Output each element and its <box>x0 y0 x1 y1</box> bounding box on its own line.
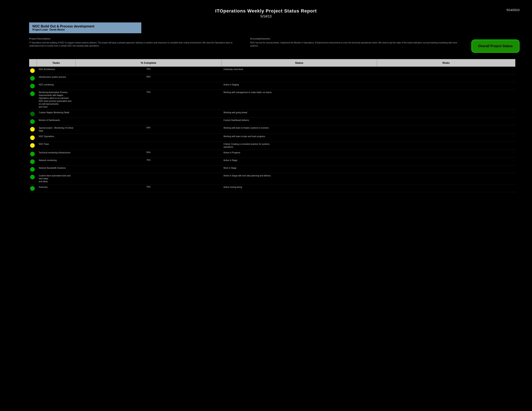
col-header-status: Status <box>221 59 377 67</box>
risks-cell <box>377 110 515 118</box>
description-text: IT Operations and the building of NOC to… <box>29 41 242 47</box>
indicator-cell <box>29 150 37 158</box>
pct-cell <box>76 82 221 90</box>
page-header: 5/14/2013 ITOperations Weekly Project St… <box>12 8 520 18</box>
pct-cell: 75% <box>76 90 221 110</box>
status-cell <box>221 74 377 82</box>
indicator-cell <box>29 118 37 125</box>
project-title-box: NOC Build Out & Process development Proj… <box>29 22 141 33</box>
task-cell: Custom Nagios Monitoring Detail <box>37 110 76 118</box>
risks-cell <box>377 134 515 142</box>
risks-cell <box>377 150 515 158</box>
accomplishments-col: Accomplishments: NOC has live for severa… <box>250 38 463 53</box>
status-cell: Active in Staging <box>221 82 377 90</box>
status-indicator <box>30 186 35 191</box>
task-cell: NOC Operations <box>37 134 76 142</box>
indicator-cell <box>29 110 37 118</box>
risks-cell <box>377 90 515 110</box>
indicator-cell <box>29 142 37 150</box>
status-indicator <box>30 143 35 148</box>
table-row: Monitor of DashboardsCustom Dashboard de… <box>29 118 515 125</box>
task-cell: Custom team automated tools and next ste… <box>37 173 76 184</box>
table-container: Tasks % Complete Status Risks NOC Archit… <box>29 59 515 192</box>
status-indicator <box>30 135 35 140</box>
table-row: NOC Architecture75%Underway most done <box>29 67 515 74</box>
table-row: NOC OperationsWorking with team to plan … <box>29 134 515 142</box>
description-area: Project Description: IT Operations and t… <box>29 38 463 53</box>
project-lead-label: Project Lead: <box>32 28 48 31</box>
status-indicator <box>30 68 35 73</box>
task-cell: Technical monitoring infrastructure <box>37 150 76 158</box>
status-indicator <box>30 112 35 116</box>
overall-status-button[interactable]: Overall Project Status <box>471 39 520 53</box>
status-cell: Critical: Creating a consistent practice… <box>221 142 377 150</box>
indicator-cell <box>29 184 37 192</box>
task-cell: NOC Team <box>37 142 76 150</box>
accomplishments-label: Accomplishments: <box>250 38 463 40</box>
project-lead-name: Derek Moore <box>50 28 65 31</box>
status-indicator <box>30 175 35 179</box>
project-title: NOC Build Out & Process development <box>32 25 138 28</box>
status-cell: Active in Stage with next step planning … <box>221 173 377 184</box>
table-row: Custom Nagios Monitoring DetailWorking w… <box>29 110 515 118</box>
content-row: Project Description: IT Operations and t… <box>29 38 520 53</box>
pct-cell <box>76 173 221 184</box>
risks-cell <box>377 158 515 165</box>
risks-cell <box>377 184 515 192</box>
pct-cell: 50% <box>76 74 221 82</box>
pct-cell <box>76 134 221 142</box>
indicator-cell <box>29 125 37 134</box>
overall-status-label: Overall Project Status <box>478 44 513 48</box>
task-cell: Network Bandwidth Solutions <box>37 165 76 173</box>
risks-cell <box>377 125 515 134</box>
pct-cell: 70% <box>76 184 221 192</box>
pct-cell: 50% <box>76 125 221 134</box>
status-indicator <box>30 167 35 172</box>
task-cell: Network monitoring <box>37 158 76 165</box>
pct-cell <box>76 142 221 150</box>
task-cell: Monitoring Automation Process Improvemen… <box>37 90 76 110</box>
task-cell: Special project - Monitoring of Critical… <box>37 125 76 134</box>
table-row: Summary70%Active moving along <box>29 184 515 192</box>
table-row: Technical monitoring infrastructure50%Ac… <box>29 150 515 158</box>
status-indicator <box>30 119 35 124</box>
risks-cell <box>377 118 515 125</box>
indicator-cell <box>29 74 37 82</box>
project-lead: Project Lead: Derek Moore <box>32 28 138 31</box>
pct-cell <box>76 118 221 125</box>
status-indicator <box>30 159 35 164</box>
task-cell: NOC Architecture <box>37 67 76 74</box>
status-cell: Working well going ahead <box>221 110 377 118</box>
accomplishments-text: NOC has live for several weeks. Implemen… <box>250 41 463 47</box>
risks-cell <box>377 142 515 150</box>
status-cell: Custom Dashboard delivery <box>221 118 377 125</box>
table-row: Special project - Monitoring of Critical… <box>29 125 515 134</box>
status-cell: Active moving along <box>221 184 377 192</box>
page-subtitle: 5/14/13 <box>12 15 520 18</box>
table-header-row: Tasks % Complete Status Risks <box>29 59 515 67</box>
status-cell: Active in Stage <box>221 158 377 165</box>
status-cell: Working with team to finalize systems to… <box>221 125 377 134</box>
risks-cell <box>377 74 515 82</box>
status-indicator <box>30 76 35 81</box>
table-row: Network monitoring75%Active in Stage <box>29 158 515 165</box>
status-indicator <box>30 84 35 88</box>
indicator-cell <box>29 90 37 110</box>
indicator-cell <box>29 173 37 184</box>
tasks-table: Tasks % Complete Status Risks NOC Archit… <box>29 59 515 192</box>
table-row: Infrastructure system process50% <box>29 74 515 82</box>
risks-cell <box>377 165 515 173</box>
status-cell: Work in Stage <box>221 165 377 173</box>
indicator-cell <box>29 67 37 74</box>
pct-cell: 75% <box>76 67 221 74</box>
task-cell: NOC monitoring <box>37 82 76 90</box>
table-row: Network Bandwidth SolutionsWork in Stage <box>29 165 515 173</box>
risks-cell <box>377 67 515 74</box>
description-label: Project Description: <box>29 38 242 40</box>
col-header-tasks: Tasks <box>37 59 76 67</box>
task-cell: Summary <box>37 184 76 192</box>
indicator-cell <box>29 82 37 90</box>
pct-cell <box>76 110 221 118</box>
status-indicator <box>30 152 35 156</box>
risks-cell <box>377 82 515 90</box>
